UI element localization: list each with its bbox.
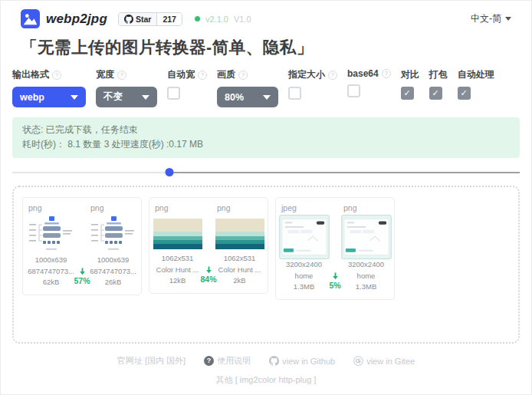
compare-checkbox[interactable] [401,87,414,100]
auto-width-group: 自动宽 [167,68,207,100]
package-group: 打包 [429,68,448,100]
output-format-label: 输出格式 [12,68,49,81]
version-info: v2.1.0 V1.0 [195,15,251,24]
gitee-link-label: view in Gitee [366,357,415,366]
version-alt: V1.0 [234,15,251,24]
chevron-down-icon [71,95,78,100]
width-label: 宽度 [96,68,114,81]
version-number: v2.1.0 [205,15,228,24]
result-card: png 1062x531 Color Hunt ... 12kB 84% png… [149,197,268,294]
github-star-segment: Star [119,13,156,25]
app-title: webp2jpg [46,12,107,27]
chevron-down-icon [142,95,149,100]
base64-label: base64 [347,68,379,79]
width-group: 宽度 不变 [96,68,157,107]
quality-select[interactable]: 80% [217,87,278,107]
reduction-percent: 84% [200,275,216,284]
width-select[interactable]: 不变 [96,87,157,107]
info-icon[interactable] [52,71,61,80]
image-filename: 6874747073... [90,266,136,277]
brand: webp2jpg Star 217 v2.1.0 V1.0 [21,9,251,28]
auto-process-label: 自动处理 [458,68,494,81]
arrow-down-icon [78,267,87,276]
output-format-group: 输出格式 webp [12,68,86,107]
info-icon[interactable] [117,71,126,80]
info-icon[interactable] [328,71,337,80]
specify-size-checkbox[interactable] [288,87,301,100]
github-icon [124,15,133,24]
chevron-down-icon [263,95,271,100]
gitee-link[interactable]: view in Gitee [353,356,415,366]
quality-label: 画质 [217,68,235,81]
auto-process-checkbox[interactable] [458,87,471,100]
app-logo-icon [21,9,40,28]
output-format-value: webp [20,92,44,103]
image-size: 1.3MB [294,281,314,292]
output-format-select[interactable]: webp [12,87,86,107]
image-dimensions: 3200x2400 [348,259,384,270]
format-badge: png [155,203,169,212]
image-filename: Color Hunt ... [218,265,261,275]
progress-slider [12,168,520,177]
dropzone[interactable]: png 1000x639 6874747073... 62kB [12,186,520,344]
format-badge: jpeg [281,203,297,212]
info-icon[interactable] [382,69,391,78]
webp2jpg-app: webp2jpg Star 217 v2.1.0 V1.0 中文-简 「无需上传… [0,0,532,395]
package-checkbox[interactable] [429,87,442,100]
image-size: 26kB [105,277,122,288]
help-link[interactable]: ? 使用说明 [204,355,251,367]
github-icon [269,356,279,366]
compare-label: 对比 [401,68,419,81]
info-icon[interactable] [238,71,248,80]
auto-width-checkbox[interactable] [167,87,180,100]
reduction-percent: 57% [74,276,90,285]
info-icon[interactable] [198,71,207,80]
image-dimensions: 1000x639 [35,255,67,265]
status-dot-icon [195,16,200,21]
help-label: 使用说明 [217,355,251,367]
image-size: 2kB [233,275,245,286]
original-image-cell: png 1000x639 6874747073... 62kB [28,203,74,288]
converted-thumbnail[interactable] [341,215,392,259]
original-thumbnail[interactable] [28,215,75,255]
question-icon: ? [204,356,214,366]
converted-image-cell: png 3200x2400 home 1.3MB [343,203,389,292]
star-count: 217 [156,13,182,25]
image-size: 1.3MB [356,281,376,292]
image-dimensions: 1000x639 [97,255,130,265]
slider-handle[interactable] [166,168,174,176]
gitee-icon [353,356,363,366]
github-link[interactable]: view in Github [269,356,335,366]
image-size: 62kB [43,277,60,288]
chevron-down-icon [505,17,511,21]
slider-track [12,172,520,173]
original-thumbnail[interactable] [153,219,202,249]
compare-group: 对比 [401,68,419,100]
original-image-cell: jpeg 3200x2400 home 1.3MB [281,203,327,292]
auto-width-label: 自动宽 [167,68,195,81]
page-title: 「无需上传的图片转换器-简单、隐私」 [1,28,531,58]
converted-thumbnail[interactable] [215,219,264,249]
github-star-badge[interactable]: Star 217 [118,12,182,26]
app-header: webp2jpg Star 217 v2.1.0 V1.0 中文-简 [1,1,531,28]
arrow-down-icon [331,272,340,281]
format-badge: png [90,203,104,212]
quality-group: 画质 80% [217,68,278,107]
specify-size-group: 指定大小 [288,68,337,100]
original-thumbnail[interactable] [279,215,330,259]
site-links[interactable]: 官网址 [国内 国外] [117,355,186,367]
result-card: jpeg 3200x2400 home 1.3MB 5% [275,197,395,300]
base64-checkbox[interactable] [347,84,360,97]
format-badge: png [343,203,357,212]
github-link-label: view in Github [282,357,335,366]
base64-group: base64 [347,68,391,97]
image-dimensions: 1062x531 [162,253,194,264]
status-line-2: 耗时(秒)： 8.1 数量 3 处理速度(秒) :0.17 MB [22,137,510,152]
language-selector[interactable]: 中文-简 [471,12,511,25]
converted-thumbnail[interactable] [90,215,137,255]
image-dimensions: 1062x531 [224,253,256,264]
image-size: 12kB [169,275,186,286]
format-badge: png [28,203,42,212]
language-label: 中文-简 [471,12,501,25]
other-links[interactable]: 其他 [ img2color http-plug ] [1,374,531,386]
